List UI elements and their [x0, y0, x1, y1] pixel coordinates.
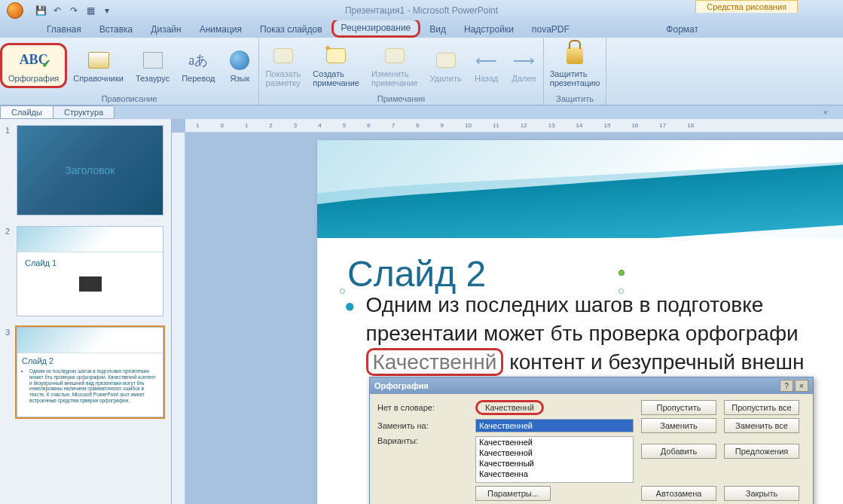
edit-comment-button[interactable]: Изменить примечание [365, 41, 424, 90]
research-button[interactable]: Справочники [67, 45, 130, 86]
list-item[interactable]: Качественной [476, 447, 633, 458]
lock-icon [563, 44, 587, 68]
office-button[interactable] [0, 0, 30, 20]
thesaurus-label: Тезаурус [136, 74, 170, 83]
dialog-titlebar[interactable]: Орфография ? × [370, 377, 813, 394]
slide-header-graphic [317, 140, 843, 238]
list-item[interactable]: Качественный [476, 458, 633, 469]
protect-label: Защитить презентацию [550, 69, 600, 87]
bullet-text[interactable]: Одним из последних шагов в подготовке пр… [366, 291, 844, 376]
list-item[interactable]: Качественна [476, 469, 633, 479]
new-slide-icon[interactable]: ▦ [84, 5, 96, 17]
next-comment-button[interactable]: ⟶ Далее [505, 45, 543, 86]
tab-review[interactable]: Рецензирование [331, 18, 421, 38]
quick-access-toolbar: 💾 ↶ ↷ ▦ ▾ [30, 5, 118, 17]
delete-comment-label: Удалить [430, 74, 462, 83]
ribbon-tabs: Главная Вставка Дизайн Анимация Показ сл… [0, 20, 843, 38]
thumb-number: 2 [5, 227, 10, 236]
horizontal-ruler: 10123456789101112131415161718 [185, 119, 843, 133]
markup-icon [271, 44, 295, 68]
language-icon [228, 48, 252, 72]
spelling-icon: ABC [22, 48, 46, 72]
thumb3-text: Одним из последних шагов в подготовке пр… [17, 368, 163, 404]
tab-format[interactable]: Формат [657, 21, 707, 38]
dialog-help-button[interactable]: ? [780, 380, 793, 392]
edit-comment-icon [383, 44, 407, 68]
dialog-close-button[interactable]: × [795, 380, 808, 392]
qat-dropdown-icon[interactable]: ▾ [101, 5, 113, 17]
panel-close-icon[interactable]: × [819, 108, 832, 117]
group-comments: Показать разметку Создать примечание Изм… [259, 38, 543, 105]
delete-comment-button[interactable]: Удалить [424, 45, 468, 86]
thumb2-title: Слайд 1 [20, 255, 160, 270]
side-panel-tabstrip: Слайды Структура × [0, 105, 843, 119]
save-icon[interactable]: 💾 [35, 5, 47, 17]
tab-slideshow[interactable]: Показ слайдов [251, 21, 331, 38]
tab-insert[interactable]: Вставка [90, 21, 142, 38]
add-button[interactable]: Добавить [641, 444, 716, 459]
vertical-ruler [172, 133, 185, 504]
tab-animation[interactable]: Анимация [191, 21, 251, 38]
tab-home[interactable]: Главная [38, 21, 90, 38]
options-button[interactable]: Параметры... [475, 486, 551, 501]
show-markup-button[interactable]: Показать разметку [259, 41, 307, 90]
spelling-label: Орфография [8, 74, 59, 83]
skip-button[interactable]: Пропустить [641, 400, 716, 415]
replace-with-label: Заменить на: [377, 421, 468, 430]
tab-slides-panel[interactable]: Слайды [0, 105, 53, 119]
rotation-handle-icon[interactable] [619, 270, 625, 276]
slide-thumb-3[interactable]: 3 Слайд 2 Одним из последних шагов в под… [17, 327, 163, 417]
tab-addins[interactable]: Надстройки [455, 21, 523, 38]
office-orb-icon [7, 2, 23, 19]
slide-thumb-1[interactable]: 1 Заголовок [17, 125, 163, 215]
language-label: Язык [231, 74, 250, 83]
tab-design[interactable]: Дизайн [142, 21, 190, 38]
redo-icon[interactable]: ↷ [68, 5, 80, 17]
skip-all-button[interactable]: Пропустить все [724, 400, 799, 415]
prev-label: Назад [475, 74, 499, 83]
next-label: Далее [512, 74, 536, 83]
close-button[interactable]: Закрыть [724, 486, 799, 501]
thumb3-title: Слайд 2 [17, 353, 163, 368]
replace-all-button[interactable]: Заменить все [724, 418, 799, 433]
spelling-button[interactable]: ABC Орфография [0, 43, 67, 88]
thesaurus-icon [141, 48, 165, 72]
new-comment-button[interactable]: Создать примечание [307, 41, 365, 90]
group-protect-label: Защитить [544, 93, 606, 105]
thumb-number: 3 [5, 328, 10, 337]
list-item[interactable]: Качественней [476, 437, 633, 447]
autocorrect-button[interactable]: Автозамена [641, 486, 716, 501]
replace-with-input[interactable] [475, 419, 634, 432]
slides-panel[interactable]: 1 Заголовок 2 Слайд 1 3 Слайд 2 Одним из… [0, 119, 172, 504]
drawing-tools-label: Средства рисования [695, 0, 798, 13]
dialog-title: Орфография [374, 381, 429, 390]
language-button[interactable]: Язык [221, 45, 258, 86]
translate-button[interactable]: aあ Перевод [176, 45, 221, 86]
delete-comment-icon [434, 48, 458, 72]
tab-outline-panel[interactable]: Структура [53, 105, 115, 119]
edit-comment-label: Изменить примечание [371, 69, 418, 87]
slide-thumb-2[interactable]: 2 Слайд 1 [17, 226, 163, 316]
prev-comment-button[interactable]: ⟵ Назад [468, 45, 505, 86]
thesaurus-button[interactable]: Тезаурус [130, 45, 176, 86]
content-placeholder[interactable]: Одним из последних шагов в подготовке пр… [344, 291, 843, 376]
new-comment-label: Создать примечание [313, 69, 359, 87]
undo-icon[interactable]: ↶ [51, 5, 63, 17]
protect-button[interactable]: Защитить презентацию [544, 41, 606, 90]
group-proofing-label: Правописание [0, 93, 258, 105]
tab-view[interactable]: Вид [420, 21, 455, 38]
translate-icon: aあ [186, 48, 210, 72]
contextual-tab-header: Средства рисования [695, 0, 798, 13]
research-label: Справочники [73, 74, 124, 83]
text-line: Одним из последних шагов в подготовке [366, 293, 764, 316]
thumb1-title: Заголовок [66, 164, 115, 176]
tab-novapdf[interactable]: novaPDF [523, 21, 579, 38]
variants-list[interactable]: Качественней Качественной Качественный К… [475, 436, 634, 483]
variants-label: Варианты: [377, 436, 468, 445]
group-comments-label: Примечания [259, 93, 542, 105]
replace-button[interactable]: Заменить [641, 418, 716, 433]
suggestions-button[interactable]: Предложения [724, 444, 799, 459]
slide-title[interactable]: Слайд 2 [347, 253, 843, 295]
next-icon: ⟶ [512, 48, 536, 72]
markup-label: Показать разметку [265, 69, 301, 87]
